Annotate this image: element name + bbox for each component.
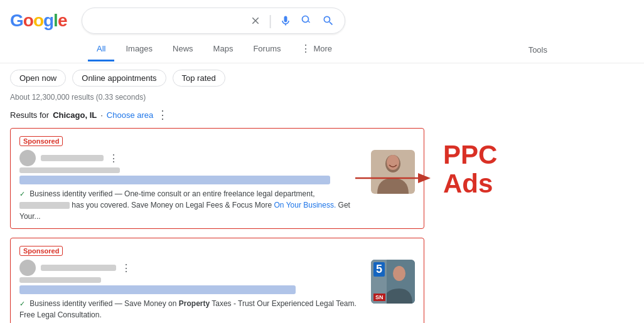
lens-icon xyxy=(301,14,313,27)
ad1-link-on-your-business[interactable]: On Your Business. xyxy=(274,201,336,209)
tab-all[interactable]: All xyxy=(88,38,114,61)
pill-top-rated[interactable]: Top rated xyxy=(173,70,225,87)
ad2-company-row: ⋮ xyxy=(19,260,365,276)
tab-images[interactable]: Images xyxy=(117,38,161,61)
ad2-description: ✓ Business identity verified — Save Mone… xyxy=(19,298,365,320)
logo-l: l xyxy=(53,11,58,31)
ad2-channel-number: 5 xyxy=(373,262,385,277)
tab-news[interactable]: News xyxy=(164,38,202,61)
search-bar-icons: | xyxy=(249,13,336,29)
close-icon xyxy=(250,15,261,26)
logo-e: e xyxy=(58,11,67,31)
nav-tabs: All Images News Maps Forums ⋮ More Tools xyxy=(0,36,644,63)
ad1-url-blurred xyxy=(19,167,120,173)
logo-o1: o xyxy=(23,11,33,31)
filter-pills: Open now Online appointments Top rated xyxy=(0,63,644,93)
ad2-title-blurred xyxy=(19,285,296,294)
ad2-avatar xyxy=(19,260,36,276)
sponsored-label-1: Sponsored xyxy=(19,136,63,146)
clear-button[interactable] xyxy=(249,14,262,28)
search-bar: intellectual property lawyer chicago | xyxy=(82,8,345,34)
logo-g2: g xyxy=(43,11,53,31)
ad1-blurred-company xyxy=(19,202,70,209)
tab-tools[interactable]: Tools xyxy=(520,39,556,61)
ad2-content: ⋮ ✓ Business identity verified — Save Mo… xyxy=(19,260,415,323)
results-area: Sponsored ⋮ ✓ Business identity verified… xyxy=(10,128,424,323)
svg-point-4 xyxy=(393,266,405,281)
ad2-company-name-blurred xyxy=(41,265,116,271)
ad-block-2: Sponsored ⋮ ✓ Business identity verified… xyxy=(10,238,424,323)
separator: · xyxy=(100,110,103,120)
divider: | xyxy=(269,13,272,29)
arrow-icon xyxy=(355,166,431,191)
ad2-text: ⋮ ✓ Business identity verified — Save Mo… xyxy=(19,260,365,323)
ppc-label: PPC Ads xyxy=(443,140,497,198)
logo-o2: o xyxy=(33,11,43,31)
ad2-image: 5 SN xyxy=(371,260,415,304)
search-button[interactable] xyxy=(321,13,336,28)
search-input[interactable]: intellectual property lawyer chicago xyxy=(91,16,242,26)
more-options-icon[interactable]: ⋮ xyxy=(157,108,168,122)
results-for-label: Results for xyxy=(10,110,49,120)
tab-more[interactable]: ⋮ More xyxy=(292,36,341,63)
tab-forums[interactable]: Forums xyxy=(244,38,289,61)
search-icon xyxy=(322,14,335,27)
results-count: About 12,300,000 results (0.33 seconds) xyxy=(0,93,644,105)
ad1-company-row: ⋮ xyxy=(19,150,365,166)
ad1-company-name-blurred xyxy=(41,155,104,161)
ad1-avatar xyxy=(19,150,36,166)
ppc-label-area: PPC Ads xyxy=(443,140,497,323)
lens-button[interactable] xyxy=(299,13,314,28)
logo-g1: G xyxy=(10,11,23,31)
sponsored-label-2: Sponsored xyxy=(19,246,63,256)
ad2-url-blurred xyxy=(19,277,101,283)
ad2-channel-logo: SN xyxy=(373,294,385,301)
more-dots-icon: ⋮ xyxy=(301,43,311,55)
ad1-text: ⋮ ✓ Business identity verified — One-tim… xyxy=(19,150,365,222)
ad2-bold-property: Property xyxy=(179,299,210,308)
ad1-title-blurred xyxy=(19,176,330,184)
tab-maps[interactable]: Maps xyxy=(205,38,242,61)
pill-online-appointments[interactable]: Online appointments xyxy=(72,70,166,87)
microphone-icon xyxy=(279,14,292,27)
svg-marker-7 xyxy=(418,173,431,183)
main-content: Sponsored ⋮ ✓ Business identity verified… xyxy=(0,128,644,323)
voice-search-button[interactable] xyxy=(278,13,293,28)
location-bar: Results for Chicago, IL · Choose area ⋮ xyxy=(0,105,644,128)
ad2-menu-icon[interactable]: ⋮ xyxy=(121,262,131,274)
location-city: Chicago, IL xyxy=(53,110,97,120)
ad2-checkmark-icon: ✓ xyxy=(19,300,25,307)
google-logo: Google xyxy=(10,11,67,31)
ad1-description: ✓ Business identity verified — One-time … xyxy=(19,188,365,222)
ad1-menu-icon[interactable]: ⋮ xyxy=(109,152,119,164)
pill-open-now[interactable]: Open now xyxy=(10,70,66,87)
header: Google intellectual property lawyer chic… xyxy=(0,0,644,34)
ad1-checkmark-icon: ✓ xyxy=(19,190,25,198)
choose-area-link[interactable]: Choose area xyxy=(107,110,153,120)
